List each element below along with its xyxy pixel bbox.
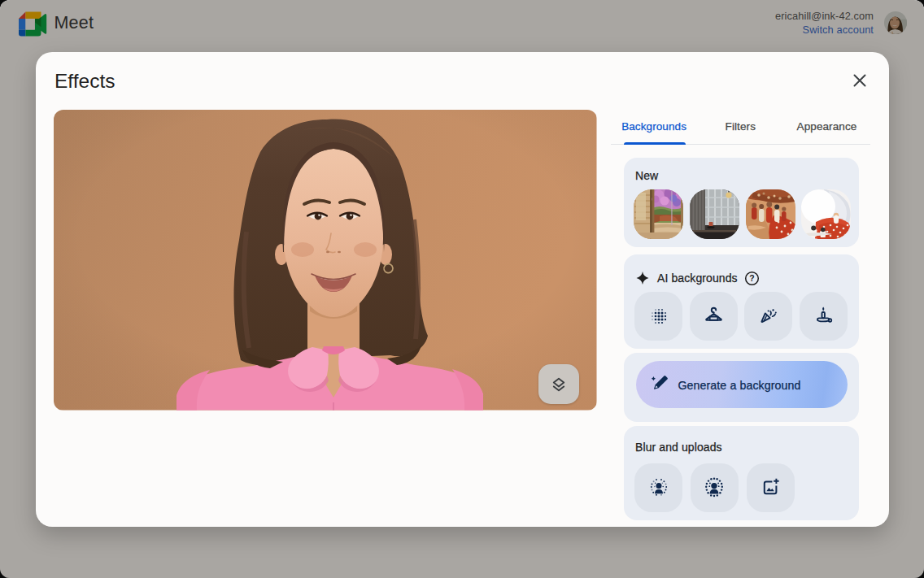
svg-text:?: ?	[749, 274, 754, 283]
